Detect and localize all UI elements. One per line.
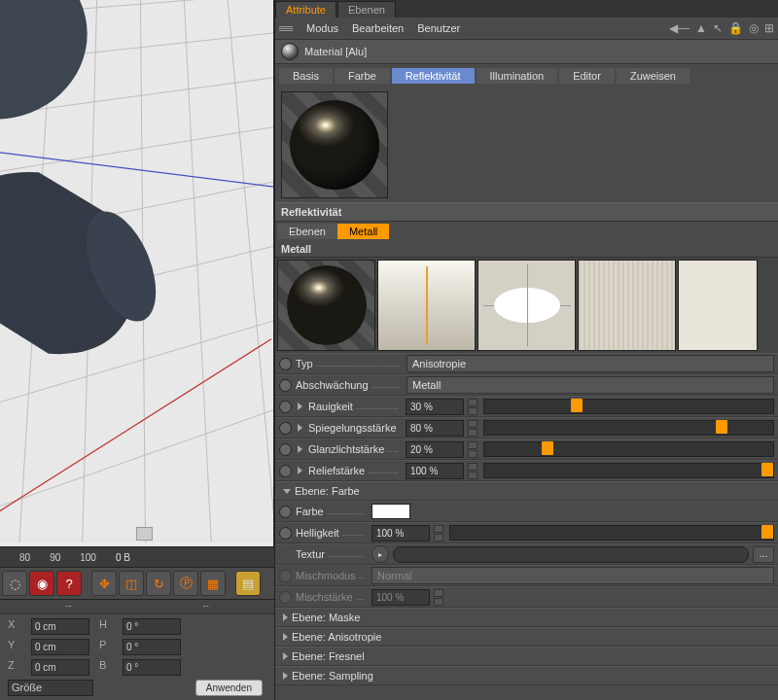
z-input[interactable]: 0 cm [31, 659, 89, 676]
label-abschw: Abschwächung [296, 379, 403, 391]
tool-1[interactable]: ◌ [2, 571, 27, 596]
section-ebene-fresnel[interactable]: Ebene: Fresnel [275, 647, 778, 666]
target-icon[interactable]: ◎ [749, 21, 759, 35]
subtab-ebenen[interactable]: Ebenen [277, 224, 337, 239]
section-ebene-sampling[interactable]: Ebene: Sampling [275, 666, 778, 685]
tab-ebenen[interactable]: Ebenen [337, 1, 396, 18]
scale-tool[interactable]: ◫ [119, 571, 144, 596]
input-spiegel[interactable] [406, 420, 464, 437]
label-mischst: Mischstärke [296, 591, 368, 603]
label-hell: Helligkeit [296, 527, 368, 539]
timeline[interactable]: 80 90 100 0 B [0, 546, 274, 568]
search-icon[interactable]: ↖ [713, 21, 723, 35]
y-input[interactable]: 0 cm [31, 639, 89, 655]
rotate-tool[interactable]: ↻ [146, 571, 171, 596]
menu-icon[interactable] [279, 21, 293, 35]
color-swatch[interactable] [371, 504, 410, 519]
collapse-fresnel[interactable] [283, 652, 288, 660]
slider-spiegel[interactable] [483, 420, 774, 436]
slider-relief[interactable] [483, 463, 774, 478]
mtab-zuweisen[interactable]: Zuweisen [617, 68, 690, 84]
thumb-blank[interactable] [678, 260, 758, 351]
section-ebene-maske[interactable]: Ebene: Maske [275, 608, 778, 627]
thumb-sphere[interactable] [277, 260, 375, 351]
thumb-aniso[interactable] [578, 260, 676, 351]
arrow-spiegel[interactable] [298, 424, 302, 432]
groesse-dropdown[interactable]: Größe [8, 680, 93, 696]
p-tool[interactable]: Ⓟ [173, 571, 198, 596]
record-help-button[interactable]: ? [56, 571, 82, 596]
material-preview[interactable] [281, 91, 772, 198]
section-ebene-aniso[interactable]: Ebene: Anisotropie [275, 627, 778, 647]
menu-bearbeiten[interactable]: Bearbeiten [352, 22, 404, 34]
arrow-relief[interactable] [298, 467, 302, 474]
collapse-aniso[interactable] [283, 633, 288, 641]
mtab-farbe[interactable]: Farbe [335, 68, 390, 84]
spinner-relief[interactable] [468, 463, 477, 479]
slider-rauig[interactable] [483, 399, 774, 414]
spinner-spiegel[interactable] [468, 420, 477, 437]
tab-attribute[interactable]: Attribute [275, 1, 336, 18]
viewport[interactable] [0, 0, 274, 546]
menu-modus[interactable]: Modus [306, 22, 338, 34]
slider-hell[interactable] [449, 525, 774, 541]
up-arrow-icon[interactable]: ▲ [695, 21, 707, 35]
menu-benutzer[interactable]: Benutzer [417, 22, 460, 34]
lock-icon[interactable]: 🔒 [728, 21, 743, 35]
radio-typ[interactable] [279, 358, 292, 370]
back-icon[interactable]: ◀— [669, 21, 690, 35]
collapse-ebene-farbe[interactable] [283, 489, 291, 494]
material-header: Material [Alu] [275, 40, 778, 64]
dash-row: ---- [0, 600, 274, 614]
thumb-line[interactable] [377, 260, 476, 351]
preview-sphere [290, 100, 379, 190]
dropdown-typ[interactable]: Anisotropie [407, 355, 774, 372]
spinner-mischst [434, 589, 443, 606]
dropdown-abschw[interactable]: Metall [407, 376, 774, 394]
radio-farbe[interactable] [279, 506, 292, 518]
b-input[interactable]: 0 ° [123, 659, 181, 676]
p-label: P [99, 639, 113, 655]
thumb-ellipse[interactable] [477, 260, 576, 351]
collapse-sampling[interactable] [283, 672, 288, 680]
h-label: H [99, 618, 113, 635]
record-button[interactable]: ◉ [29, 571, 54, 596]
slider-glanz[interactable] [483, 441, 774, 457]
film-tool[interactable]: ▤ [235, 571, 261, 596]
radio-rauig[interactable] [279, 401, 292, 413]
spinner-rauig[interactable] [468, 399, 477, 415]
label-farbe: Farbe [296, 506, 368, 517]
apply-button[interactable]: Anwenden [195, 680, 263, 696]
mtab-basis[interactable]: Basis [279, 68, 333, 84]
input-relief[interactable] [406, 463, 464, 479]
p-input[interactable]: 0 ° [123, 639, 181, 655]
h-input[interactable]: 0 ° [123, 618, 181, 635]
radio-glanz[interactable] [279, 443, 292, 456]
textur-input[interactable] [393, 546, 749, 563]
subtab-metall[interactable]: Metall [337, 224, 389, 239]
label-glanz: Glanzlichtstärke [308, 443, 402, 455]
radio-hell[interactable] [279, 527, 292, 540]
arrow-glanz[interactable] [298, 445, 302, 453]
spinner-hell[interactable] [434, 525, 443, 542]
mtab-editor[interactable]: Editor [559, 68, 615, 84]
arrow-rauig[interactable] [298, 402, 302, 410]
move-tool[interactable]: ✥ [91, 571, 117, 596]
radio-spiegel[interactable] [279, 422, 292, 435]
radio-abschw[interactable] [279, 379, 292, 392]
mtab-illumination[interactable]: Illumination [477, 68, 558, 84]
thumbnails [275, 258, 778, 353]
section-ebene-farbe[interactable]: Ebene: Farbe [275, 481, 778, 501]
radio-relief[interactable] [279, 465, 292, 477]
grid-tool[interactable]: ▦ [200, 571, 226, 596]
input-glanz[interactable] [406, 441, 464, 458]
textur-more-button[interactable]: ... [753, 546, 774, 563]
new-icon[interactable]: ⊞ [764, 21, 774, 35]
textur-play-button[interactable]: ▸ [371, 545, 389, 563]
spinner-glanz[interactable] [468, 441, 477, 458]
input-hell[interactable] [371, 525, 430, 542]
input-rauig[interactable] [406, 399, 464, 415]
collapse-maske[interactable] [283, 613, 288, 621]
mtab-reflektivitaet[interactable]: Reflektivität [392, 68, 475, 84]
x-input[interactable]: 0 cm [31, 618, 89, 635]
